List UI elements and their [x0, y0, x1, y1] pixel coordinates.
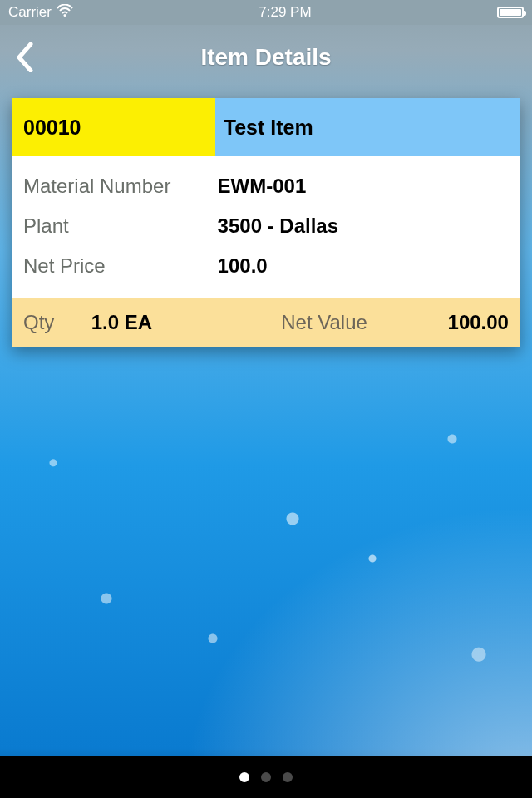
svg-point-0	[63, 14, 66, 17]
net-value-label: Net Value	[237, 311, 411, 334]
chevron-left-icon	[16, 42, 34, 72]
battery-icon	[497, 7, 524, 18]
item-card: 00010 Test Item Material Number EWM-001 …	[12, 98, 520, 347]
page-dot-1[interactable]	[239, 772, 249, 782]
row-material-number: Material Number EWM-001	[23, 166, 509, 206]
status-bar: Carrier 7:29 PM	[0, 0, 532, 25]
item-name: Test Item	[215, 98, 520, 156]
item-footer: Qty 1.0 EA Net Value 100.00	[12, 298, 520, 347]
page-title: Item Details	[200, 44, 331, 71]
item-header: 00010 Test Item	[12, 98, 520, 156]
page-dot-2[interactable]	[261, 772, 271, 782]
net-value-value: 100.00	[411, 311, 509, 334]
material-number-label: Material Number	[23, 175, 218, 198]
item-body: Material Number EWM-001 Plant 3500 - Dal…	[12, 156, 520, 298]
plant-value: 3500 - Dallas	[218, 214, 509, 238]
row-plant: Plant 3500 - Dallas	[23, 206, 509, 246]
nav-bar: Item Details	[0, 25, 532, 90]
net-price-value: 100.0	[218, 254, 509, 278]
carrier-label: Carrier	[8, 4, 52, 21]
row-net-price: Net Price 100.0	[23, 246, 509, 286]
material-number-value: EWM-001	[218, 175, 509, 198]
status-time: 7:29 PM	[259, 4, 311, 21]
qty-label: Qty	[23, 311, 91, 334]
net-price-label: Net Price	[23, 254, 218, 278]
item-code: 00010	[12, 98, 215, 156]
page-dot-3[interactable]	[283, 772, 293, 782]
page-indicator[interactable]	[0, 756, 532, 798]
back-button[interactable]	[7, 39, 43, 76]
qty-value: 1.0 EA	[91, 311, 237, 334]
plant-label: Plant	[23, 214, 218, 238]
wifi-icon	[57, 4, 73, 22]
